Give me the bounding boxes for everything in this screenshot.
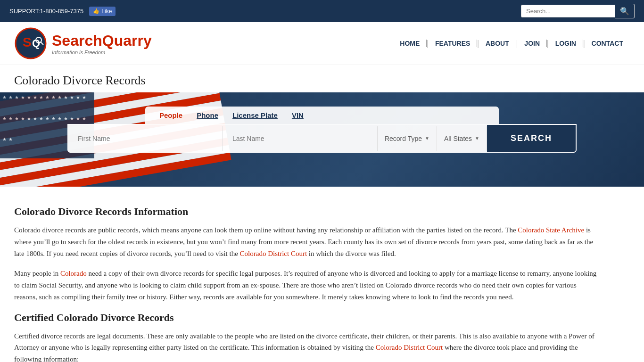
section1-heading: Colorado Divorce Records Information [14, 206, 599, 218]
section1-para2: Many people in Colorado need a copy of t… [14, 268, 599, 303]
search-tabs: People Phone License Plate VIN [145, 107, 499, 124]
logo-brand: SearchQuarry [52, 32, 152, 49]
search-form: Record Type ▼ All States ▼ SEARCH [67, 124, 577, 153]
record-type-dropdown[interactable]: Record Type ▼ [378, 126, 437, 151]
support-text: SUPPORT:1-800-859-7375 [9, 8, 83, 15]
section1-para1c-text: in which the divorce was filed. [307, 250, 396, 257]
page-title-area: Colorado Divorce Records [0, 65, 644, 92]
logo-icon: S Q [14, 27, 47, 60]
colorado-district-court-link1[interactable]: Colorado District Court [240, 250, 307, 257]
search-container: People Phone License Plate VIN Record Ty… [0, 107, 644, 153]
last-name-input[interactable] [223, 126, 378, 151]
logo-tagline: Information is Freedom [52, 49, 152, 55]
fb-like-label: Like [101, 8, 112, 15]
logo-area: S Q SearchQuarry Information is Freedom [14, 27, 152, 60]
search-button[interactable]: SEARCH [487, 125, 576, 152]
nav-features[interactable]: FEATURES [429, 40, 477, 47]
section1-para2b-text: need a copy of their own divorce records… [14, 270, 596, 301]
logo-brand-search: Search [52, 32, 102, 49]
top-bar-left: SUPPORT:1-800-859-7375 👍 Like [9, 7, 116, 16]
top-search-bar: 🔍 [521, 4, 635, 18]
facebook-like-button[interactable]: 👍 Like [89, 7, 116, 16]
header: S Q SearchQuarry Information is Freedom … [0, 22, 644, 65]
colorado-link[interactable]: Colorado [60, 270, 87, 277]
thumbs-up-icon: 👍 [93, 8, 99, 14]
search-icon: 🔍 [620, 7, 629, 15]
states-dropdown[interactable]: All States ▼ [437, 126, 487, 151]
states-arrow-icon: ▼ [475, 136, 479, 141]
nav-join[interactable]: JOIN [518, 40, 547, 47]
nav-home[interactable]: HOME [393, 40, 427, 47]
top-search-button[interactable]: 🔍 [615, 4, 635, 18]
nav-about[interactable]: ABOUT [479, 40, 516, 47]
tab-people[interactable]: People [159, 111, 182, 119]
logo-text: SearchQuarry Information is Freedom [52, 32, 152, 55]
record-type-label: Record Type [385, 135, 422, 142]
nav-contact[interactable]: CONTACT [585, 40, 630, 47]
section1-para1-text: Colorado divorce records are public reco… [14, 226, 518, 234]
page-title: Colorado Divorce Records [14, 74, 630, 88]
colorado-district-court-link2[interactable]: Colorado District Court [376, 344, 443, 351]
main-nav: HOME | FEATURES | ABOUT | JOIN | LOGIN |… [393, 39, 630, 49]
section1-para1: Colorado divorce records are public reco… [14, 224, 599, 259]
tab-license-plate[interactable]: License Plate [232, 111, 278, 119]
record-type-arrow-icon: ▼ [425, 136, 429, 141]
first-name-input[interactable] [68, 126, 223, 151]
nav-login[interactable]: LOGIN [549, 40, 583, 47]
section2-para1: Certified divorce records are legal docu… [14, 330, 599, 362]
section2-heading: Certified Colorado Divorce Records [14, 312, 599, 324]
section1-para2a-text: Many people in [14, 270, 60, 277]
tab-phone[interactable]: Phone [197, 111, 218, 119]
all-states-label: All States [444, 135, 472, 142]
hero-banner: ★ ★ ★ ★ ★ ★ ★ ★ ★ ★ ★ ★ ★ ★ ★ ★ ★ ★ ★ ★ … [0, 92, 644, 187]
svg-text:S: S [23, 35, 32, 49]
tab-vin[interactable]: VIN [292, 111, 304, 119]
logo-brand-quarry: Quarry [102, 32, 152, 49]
top-bar: SUPPORT:1-800-859-7375 👍 Like 🔍 [0, 0, 644, 22]
top-search-input[interactable] [521, 5, 615, 17]
colorado-state-archive-link[interactable]: Colorado State Archive [518, 226, 584, 234]
content-area: Colorado Divorce Records Information Col… [0, 187, 613, 362]
